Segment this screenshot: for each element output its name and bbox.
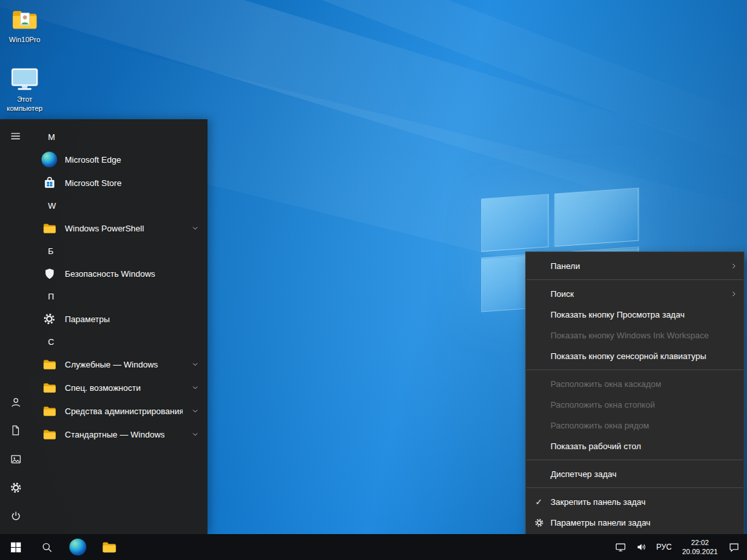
action-center-button[interactable] [724,534,744,560]
app-label: Спец. возможности [65,383,183,393]
menu-item-label: Расположить окна каскадом [551,379,661,389]
menu-item-toolbars[interactable]: Панели [526,255,744,276]
menu-separator [527,369,743,370]
menu-item-taskbar-settings[interactable]: Параметры панели задач [526,512,744,533]
section-header-m[interactable]: М [31,126,208,148]
clock-time: 22:02 [691,538,709,547]
folder-icon [42,356,57,372]
menu-item-label: Параметры панели задач [551,518,650,528]
menu-item-label: Закрепить панель задач [551,497,646,507]
start-app-windows-security[interactable]: Безопасность Windows [31,262,208,285]
app-label: Параметры [65,314,200,324]
pictures-button[interactable] [0,445,31,473]
section-header-b[interactable]: Б [31,240,208,262]
volume-icon[interactable] [631,534,652,560]
taskbar: РУС 22:02 20.09.2021 [0,534,747,560]
folder-icon [42,220,57,236]
chevron-down-icon[interactable] [191,430,200,439]
section-header-s[interactable]: С [31,331,208,353]
menu-item-label: Показать рабочий стол [551,441,641,451]
gear-icon [532,518,545,528]
start-app-admin-tools[interactable]: Средства администрирования W... [31,399,208,423]
start-app-microsoft-edge[interactable]: Microsoft Edge [31,148,208,171]
start-app-microsoft-store[interactable]: Microsoft Store [31,171,208,194]
shield-icon [42,266,57,281]
menu-item-label: Панели [551,261,580,271]
menu-item-label: Показать кнопку сенсорной клавиатуры [551,351,706,361]
chevron-down-icon[interactable] [191,224,200,233]
taskbar-edge-button[interactable] [62,534,93,560]
menu-separator [527,487,743,488]
folder-icon [42,403,57,419]
network-icon[interactable] [610,534,631,560]
section-header-w[interactable]: W [31,194,208,216]
desktop-icon-this-pc[interactable]: Этот компьютер [0,65,49,113]
menu-item-show-desktop[interactable]: Показать рабочий стол [526,436,744,456]
start-app-list: М Microsoft Edge Microsoft Store W Windo… [31,119,208,534]
menu-separator [527,279,743,280]
search-button[interactable] [31,534,62,560]
menu-item-cascade-windows: Расположить окна каскадом [526,373,744,394]
start-app-windows-powershell[interactable]: Windows PowerShell [31,216,208,240]
menu-item-label: Расположить окна стопкой [551,400,655,410]
menu-item-stack-windows: Расположить окна стопкой [526,394,744,415]
menu-item-search[interactable]: Поиск [526,283,744,304]
app-label: Безопасность Windows [65,269,200,279]
expand-menu-button[interactable] [0,122,31,150]
menu-item-label: Диспетчер задач [551,469,617,479]
folder-icon [42,426,57,442]
start-menu: М Microsoft Edge Microsoft Store W Windo… [0,119,208,534]
folder-user-icon [10,5,40,34]
app-label: Microsoft Edge [65,155,200,165]
chevron-down-icon[interactable] [191,383,200,392]
menu-item-lock-taskbar[interactable]: ✓ Закрепить панель задач [526,491,744,512]
chevron-down-icon[interactable] [191,406,200,415]
start-button[interactable] [0,534,31,560]
menu-item-label: Поиск [551,289,574,299]
desktop: Win10Pro Этот компьютер М Microsoft Edge [0,0,747,560]
clock[interactable]: 22:02 20.09.2021 [676,534,724,560]
start-app-settings[interactable]: Параметры [31,307,208,331]
start-app-accessories[interactable]: Стандартные — Windows [31,423,208,446]
menu-item-label: Расположить окна рядом [551,421,649,430]
menu-separator [527,460,743,460]
store-icon [42,175,57,191]
settings-button[interactable] [0,473,31,502]
clock-date: 20.09.2021 [682,547,718,556]
app-label: Стандартные — Windows [65,430,183,439]
start-app-windows-system[interactable]: Служебные — Windows [31,353,208,376]
computer-icon [10,65,40,93]
gear-icon [42,311,57,327]
desktop-icon-win10pro[interactable]: Win10Pro [0,5,49,45]
app-label: Служебные — Windows [65,360,183,369]
section-header-p[interactable]: П [31,285,208,307]
documents-button[interactable] [0,416,31,445]
chevron-right-icon [729,290,738,298]
taskbar-context-menu: Панели Поиск Показать кнопку Просмотра з… [525,251,744,537]
menu-item-show-ink-workspace: Показать кнопку Windows Ink Workspace [526,325,744,345]
system-tray: РУС 22:02 20.09.2021 [610,534,747,560]
menu-item-show-touch-keyboard[interactable]: Показать кнопку сенсорной клавиатуры [526,345,744,366]
chevron-down-icon[interactable] [191,360,200,369]
app-label: Windows PowerShell [65,224,183,233]
language-indicator[interactable]: РУС [652,534,676,560]
start-rail-bottom [0,388,31,530]
menu-item-label: Показать кнопку Windows Ink Workspace [551,331,709,340]
power-button[interactable] [0,502,31,530]
menu-item-side-by-side-windows: Расположить окна рядом [526,415,744,436]
edge-icon [42,152,57,167]
app-label: Microsoft Store [65,178,200,188]
folder-icon [42,380,57,395]
menu-item-task-manager[interactable]: Диспетчер задач [526,463,744,484]
desktop-icon-label: Win10Pro [9,36,40,45]
desktop-icon-label: Этот компьютер [0,95,49,113]
menu-item-show-task-view[interactable]: Показать кнопку Просмотра задач [526,304,744,325]
taskbar-explorer-button[interactable] [93,534,124,560]
user-button[interactable] [0,388,31,416]
app-label: Средства администрирования W... [65,406,183,416]
chevron-right-icon [729,262,738,270]
menu-item-label: Показать кнопку Просмотра задач [551,310,685,320]
edge-icon [69,539,86,555]
start-menu-rail [0,119,31,534]
start-app-accessibility[interactable]: Спец. возможности [31,376,208,399]
